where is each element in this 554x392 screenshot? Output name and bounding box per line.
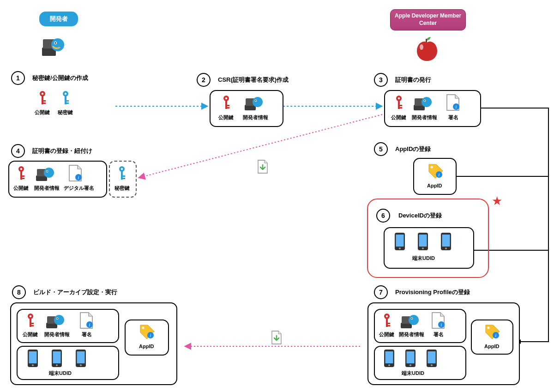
privkey-icon [60, 90, 73, 109]
pubkey-label: 公開鍵 [218, 114, 234, 121]
phone-icon [50, 349, 63, 369]
step8-title: ビルド・アーカイブ設定・実行 [33, 288, 117, 296]
step6-number: 6 [376, 209, 390, 223]
developer-label: 開発者 [50, 15, 68, 23]
devinfo-label: 開発者情報 [399, 331, 424, 338]
step6-title: DeviceIDの登録 [398, 211, 442, 220]
devinfo-icon [34, 165, 56, 185]
phone-icon [74, 349, 87, 369]
udid-label: 端末UDID [402, 370, 424, 377]
step7-number: 7 [374, 285, 388, 299]
adc-label: Apple Developer Member Center [393, 12, 463, 27]
step4-title: 証明書の登録・紐付け [32, 147, 92, 155]
svg-point-8 [51, 38, 64, 51]
udid-box: 端末UDID [374, 346, 466, 380]
apple-icon [413, 36, 441, 63]
step2-box: 公開鍵 開発者情報 [210, 90, 283, 127]
step5-number: 5 [374, 142, 388, 156]
pubkey-label: 公開鍵 [379, 331, 394, 338]
devinfo-icon [399, 313, 420, 331]
download-icon [270, 330, 283, 347]
step5-title: AppIDの登録 [395, 145, 431, 153]
pubkey-icon [37, 90, 50, 109]
star-icon: ★ [492, 194, 502, 208]
devinfo-label: 開発者情報 [34, 185, 60, 192]
phone-icon [393, 232, 407, 253]
step4-box: 公開鍵 開発者情報 デジタル署名 [8, 161, 107, 198]
appid-label: AppID [484, 344, 499, 349]
digisign-icon [67, 164, 84, 185]
phone-icon [425, 349, 438, 369]
privkey-label: 秘密鍵 [58, 109, 73, 116]
step7-outer-box: 公開鍵 開発者情報 署名 AppID 端末UDID [367, 302, 520, 385]
sign-label: 署名 [448, 114, 458, 121]
pubkey-label: 公開鍵 [391, 114, 406, 121]
pubkey-label: 公開鍵 [35, 109, 50, 116]
developer-badge: 開発者 [39, 12, 78, 26]
pubkey-icon [393, 95, 406, 113]
devinfo-label: 開発者情報 [412, 114, 437, 121]
step1-number: 1 [11, 71, 25, 85]
step6-box: 端末UDID [384, 227, 474, 269]
step1-title: 秘密鍵/公開鍵の作成 [32, 74, 88, 82]
phone-icon [382, 349, 395, 369]
pubkey-icon [16, 165, 29, 184]
adc-badge: Apple Developer Member Center [390, 9, 466, 30]
sign-icon [445, 94, 462, 114]
step4-number: 4 [11, 144, 25, 158]
privkey-icon [116, 165, 129, 184]
udid-label: 端末UDID [412, 255, 435, 262]
step7-title: Provisioning Profileの登録 [395, 288, 470, 296]
step6-highlight: 6 DeviceIDの登録 端末UDID [367, 199, 489, 278]
step2-number: 2 [197, 73, 211, 87]
phone-icon [416, 232, 430, 253]
udid-box: 端末UDID [17, 346, 119, 380]
pubkey-icon [25, 313, 37, 330]
pubkey-label: 公開鍵 [23, 331, 38, 338]
svg-point-10 [55, 42, 56, 44]
devinfo-icon [44, 313, 66, 331]
sign-icon [78, 312, 94, 331]
devinfo-label: 開発者情報 [44, 331, 70, 338]
pubkey-icon [381, 313, 393, 330]
phone-icon [403, 349, 416, 369]
appid-icon [483, 322, 501, 343]
step2-title: CSR(証明書署名要求)作成 [218, 76, 289, 84]
devinfo-label: 開発者情報 [243, 114, 268, 121]
privkey-label: 秘密鍵 [114, 185, 130, 192]
devinfo-icon [243, 95, 265, 114]
appid-icon [426, 162, 445, 182]
step8-outer-box: 公開鍵 開発者情報 署名 AppID 端末UDID [10, 302, 177, 385]
cert-box: 公開鍵 開発者情報 署名 [17, 309, 119, 343]
sign-label: 署名 [434, 331, 444, 338]
step3-box: 公開鍵 開発者情報 署名 [384, 90, 481, 127]
step5-box: AppID [413, 158, 457, 195]
digisign-label: デジタル署名 [64, 185, 94, 192]
sign-label: 署名 [82, 331, 92, 338]
download-icon [256, 159, 269, 176]
appid-box: AppID [471, 320, 513, 355]
appid-box: AppID [125, 320, 169, 356]
appid-label: AppID [427, 183, 442, 188]
sign-icon [430, 312, 446, 331]
svg-point-12 [420, 44, 423, 50]
step8-number: 8 [12, 285, 26, 299]
cert-box: 公開鍵 開発者情報 署名 [374, 309, 466, 343]
pubkey-icon [221, 95, 234, 113]
step3-title: 証明書の発行 [395, 76, 431, 84]
developer-icon [39, 35, 67, 60]
devinfo-icon [412, 95, 434, 114]
appid-label: AppID [139, 344, 154, 349]
phone-icon [26, 349, 39, 369]
step3-number: 3 [374, 73, 388, 87]
step4-privkey-box: 秘密鍵 [109, 161, 137, 198]
phone-icon [439, 232, 453, 253]
appid-icon [138, 322, 156, 343]
udid-label: 端末UDID [49, 370, 72, 377]
pubkey-label: 公開鍵 [13, 185, 29, 192]
